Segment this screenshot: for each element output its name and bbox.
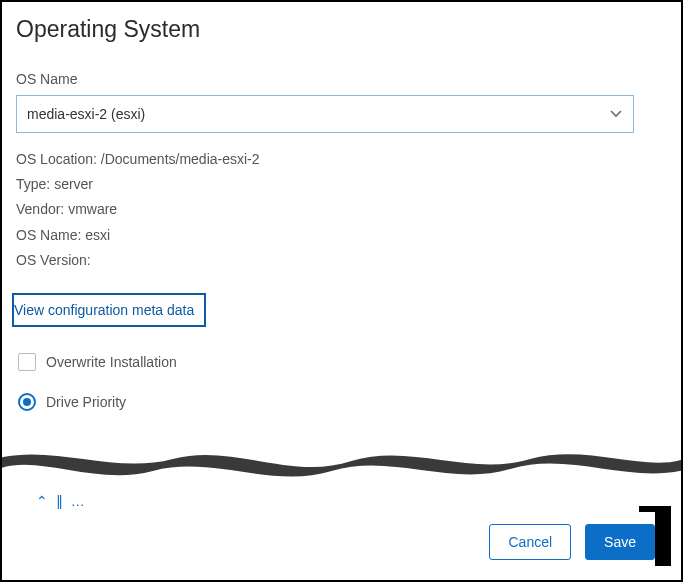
page-title: Operating System: [16, 16, 669, 43]
drive-priority-row: Drive Priority: [18, 393, 669, 411]
detail-os-name: OS Name: esxi: [16, 223, 669, 248]
drive-priority-radio[interactable]: [18, 393, 36, 411]
footer-actions: Cancel Save: [489, 524, 655, 560]
drive-priority-label: Drive Priority: [46, 394, 126, 410]
os-name-select-button[interactable]: media-esxi-2 (esxi): [16, 95, 634, 133]
save-button[interactable]: Save: [585, 524, 655, 560]
overwrite-installation-row: Overwrite Installation: [18, 353, 669, 371]
os-name-label: OS Name: [16, 71, 669, 87]
view-config-meta-highlight: View configuration meta data: [12, 293, 206, 327]
detail-vendor: Vendor: vmware: [16, 197, 669, 222]
torn-edge-decoration: [0, 441, 683, 491]
detail-os-version: OS Version:: [16, 248, 669, 273]
detail-type: Type: server: [16, 172, 669, 197]
cancel-button[interactable]: Cancel: [489, 524, 571, 560]
overwrite-installation-label: Overwrite Installation: [46, 354, 177, 370]
os-name-select[interactable]: media-esxi-2 (esxi): [16, 95, 634, 133]
view-config-meta-link[interactable]: View configuration meta data: [14, 302, 194, 318]
overwrite-installation-checkbox[interactable]: [18, 353, 36, 371]
detail-os-location: OS Location: /Documents/media-esxi-2: [16, 147, 669, 172]
os-details: OS Location: /Documents/media-esxi-2 Typ…: [16, 147, 669, 273]
corner-decoration: [655, 512, 671, 566]
truncated-content-indicator: ⌃ ‖ …: [36, 493, 669, 509]
